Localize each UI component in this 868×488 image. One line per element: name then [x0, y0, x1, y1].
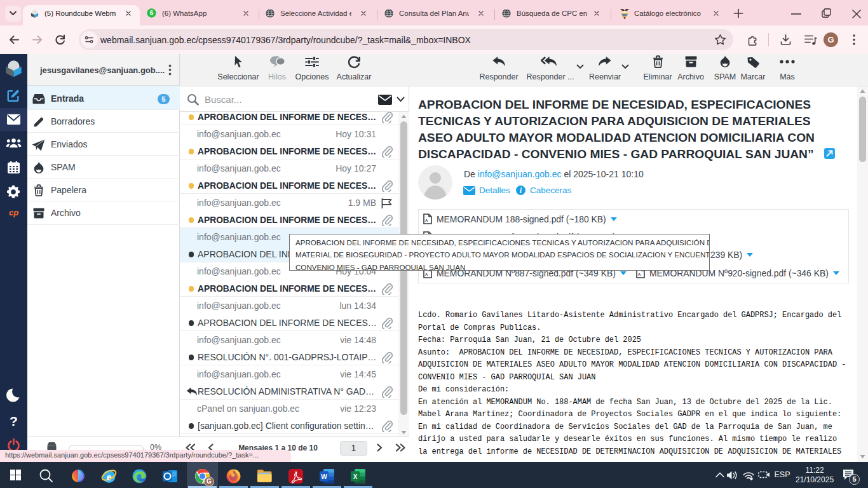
- svg-text:e: e: [107, 471, 112, 483]
- svg-text:A: A: [425, 219, 428, 222]
- svg-text:W: W: [321, 473, 327, 480]
- svg-text:6: 6: [150, 10, 154, 17]
- svg-text:A: A: [638, 273, 641, 276]
- svg-text:X: X: [353, 473, 358, 480]
- svg-text:A: A: [425, 273, 428, 276]
